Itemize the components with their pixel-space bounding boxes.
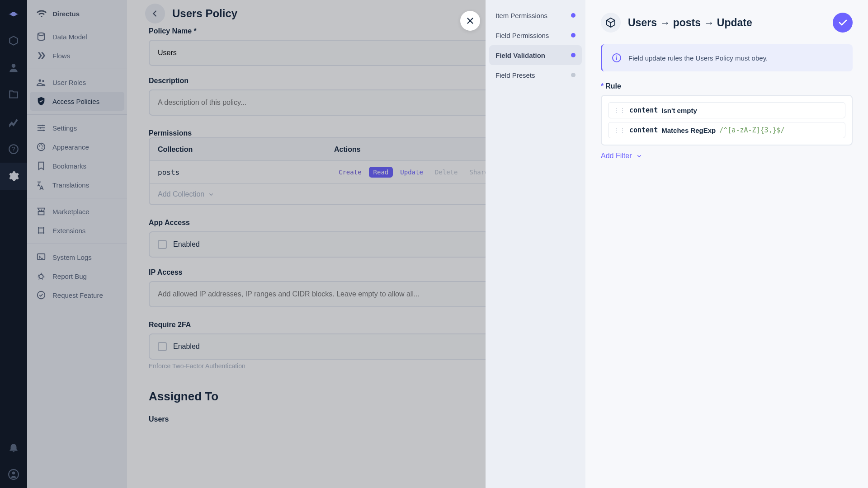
status-dot-icon bbox=[571, 53, 576, 57]
tab-field-presets[interactable]: Field Presets bbox=[489, 65, 582, 85]
close-button[interactable] bbox=[460, 11, 480, 31]
drawer-title: Users → posts → Update bbox=[628, 17, 752, 29]
info-banner: Field update rules the Users Policy must… bbox=[601, 44, 853, 71]
rule-label: Rule bbox=[601, 82, 853, 90]
tab-item-permissions[interactable]: Item Permissions bbox=[489, 5, 582, 25]
status-dot-icon bbox=[571, 13, 576, 18]
add-filter-button[interactable]: Add Filter bbox=[601, 152, 853, 160]
tab-field-permissions[interactable]: Field Permissions bbox=[489, 25, 582, 45]
tab-field-validation[interactable]: Field Validation bbox=[489, 45, 582, 65]
cube-icon bbox=[601, 13, 621, 33]
drag-handle-icon[interactable]: ⋮⋮ bbox=[613, 107, 626, 114]
rule-builder: ⋮⋮ content Isn't empty ⋮⋮ content Matche… bbox=[601, 95, 853, 145]
chevron-down-icon bbox=[635, 152, 643, 160]
svg-point-23 bbox=[616, 56, 617, 56]
close-icon bbox=[465, 16, 475, 26]
drawer-panel: Users → posts → Update Field update rule… bbox=[585, 0, 868, 488]
rule-row[interactable]: ⋮⋮ content Isn't empty bbox=[608, 102, 845, 118]
drag-handle-icon[interactable]: ⋮⋮ bbox=[613, 127, 626, 134]
rule-row[interactable]: ⋮⋮ content Matches RegExp /^[a-zA-Z]{3,}… bbox=[608, 122, 845, 138]
status-dot-icon bbox=[571, 33, 576, 38]
status-dot-icon bbox=[571, 73, 576, 77]
check-icon bbox=[837, 17, 848, 28]
svg-rect-24 bbox=[616, 57, 617, 60]
drawer-nav: Item Permissions Field Permissions Field… bbox=[486, 0, 585, 488]
save-button[interactable] bbox=[833, 13, 853, 33]
info-icon bbox=[611, 52, 622, 63]
